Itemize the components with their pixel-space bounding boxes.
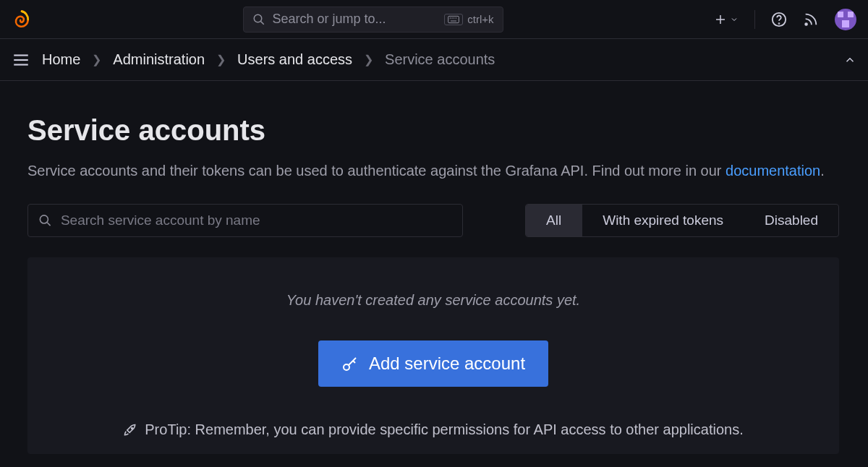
chevron-right-icon: ❯ (216, 53, 226, 67)
svg-point-6 (456, 17, 456, 18)
global-search[interactable]: Search or jump to... ctrl+k (243, 7, 503, 33)
svg-point-0 (254, 14, 262, 22)
svg-point-5 (454, 17, 455, 18)
chevron-up-icon (843, 53, 856, 67)
breadcrumb: Home ❯ Administration ❯ Users and access… (0, 39, 868, 81)
svg-point-16 (40, 215, 48, 223)
svg-point-11 (779, 23, 780, 24)
svg-point-4 (452, 17, 453, 18)
svg-line-17 (47, 223, 50, 226)
add-menu-button[interactable] (714, 13, 739, 26)
svg-line-20 (353, 361, 355, 363)
search-shortcut: ctrl+k (444, 13, 493, 25)
breadcrumb-home[interactable]: Home (42, 51, 80, 68)
service-account-search-input[interactable] (61, 213, 452, 228)
rss-icon (803, 12, 819, 27)
empty-message: You haven't created any service accounts… (51, 292, 816, 309)
filter-tab-expired[interactable]: With expired tokens (582, 205, 744, 236)
global-search-placeholder: Search or jump to... (273, 12, 438, 27)
chevron-right-icon: ❯ (364, 53, 373, 67)
svg-line-19 (349, 358, 356, 365)
chevron-right-icon: ❯ (92, 53, 101, 67)
collapse-button[interactable] (843, 53, 856, 67)
hamburger-icon (12, 51, 30, 69)
rocket-icon (123, 423, 137, 437)
documentation-link[interactable]: documentation (726, 163, 820, 179)
add-button-label: Add service account (369, 354, 525, 374)
svg-point-18 (344, 364, 349, 370)
help-button[interactable] (771, 12, 787, 27)
chevron-down-icon (730, 15, 739, 24)
filter-tab-disabled[interactable]: Disabled (744, 205, 838, 236)
menu-toggle-button[interactable] (12, 51, 30, 69)
svg-point-12 (805, 23, 807, 25)
empty-state: You haven't created any service accounts… (27, 257, 839, 454)
svg-rect-2 (448, 16, 459, 22)
protip: ProTip: Remember, you can provide specif… (51, 421, 816, 438)
keyboard-icon (448, 15, 459, 24)
breadcrumb-administration[interactable]: Administration (113, 51, 205, 68)
search-icon (38, 213, 52, 228)
help-icon (771, 12, 787, 27)
page-subtitle: Service accounts and their tokens can be… (27, 160, 830, 182)
user-avatar[interactable] (835, 9, 856, 30)
filter-tabs: All With expired tokens Disabled (525, 204, 839, 237)
service-account-search[interactable] (27, 204, 463, 237)
svg-point-21 (132, 427, 133, 429)
svg-point-3 (450, 17, 451, 18)
page-title: Service accounts (27, 114, 839, 147)
add-service-account-button[interactable]: Add service account (318, 340, 548, 387)
separator (754, 10, 755, 29)
filter-tab-all[interactable]: All (526, 205, 582, 236)
grafana-logo-icon[interactable] (12, 9, 32, 30)
breadcrumb-users-and-access[interactable]: Users and access (237, 51, 352, 68)
search-icon (252, 13, 265, 26)
key-icon (341, 355, 359, 372)
svg-line-1 (260, 21, 263, 24)
news-button[interactable] (803, 12, 819, 27)
breadcrumb-current: Service accounts (385, 51, 495, 68)
